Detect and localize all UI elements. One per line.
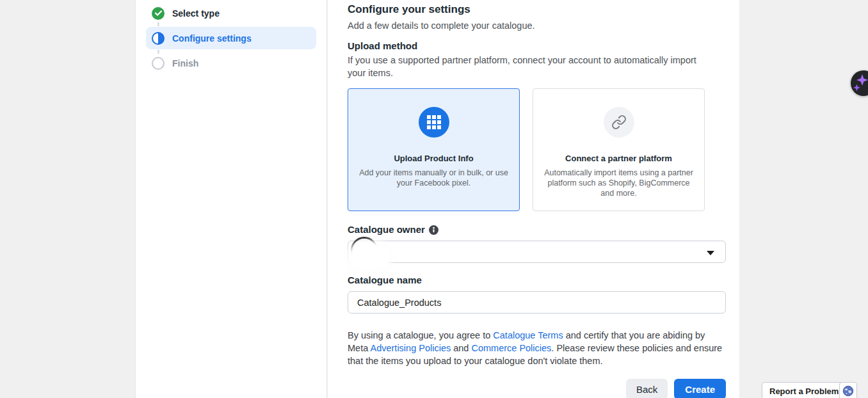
grid-icon: [419, 107, 449, 138]
terms-paragraph: By using a catalogue, you agree to Catal…: [348, 329, 726, 367]
step-label: Configure settings: [172, 33, 252, 44]
upload-method-options: Upload Product Info Add your items manua…: [348, 88, 739, 211]
wizard-actions: Back Create: [348, 379, 726, 398]
catalogue-terms-link[interactable]: Catalogue Terms: [493, 330, 563, 340]
stepper-step-select-type[interactable]: Select type: [146, 4, 316, 22]
link-icon: [604, 107, 634, 138]
card-connect-partner-platform[interactable]: Connect a partner platform Automatically…: [533, 88, 705, 211]
check-circle-icon: [152, 7, 165, 20]
avatar: [351, 237, 378, 264]
page-subtitle: Add a few details to complete your catal…: [348, 20, 739, 32]
ai-assistant-button[interactable]: [851, 70, 868, 96]
stepper-connector: [157, 22, 316, 27]
stepper-step-finish[interactable]: Finish: [146, 54, 316, 72]
wizard-stepper-sidebar: Select type Configure settings Finish: [135, 0, 327, 398]
card-title: Connect a partner platform: [565, 154, 672, 163]
sparkle-icon: [851, 70, 868, 96]
card-upload-product-info[interactable]: Upload Product Info Add your items manua…: [348, 88, 520, 211]
catalogue-owner-label-row: Catalogue owner: [348, 224, 739, 235]
upload-method-description: If you use a supported partner platform,…: [348, 54, 698, 79]
catalogue-owner-dropdown[interactable]: [348, 241, 726, 263]
info-icon[interactable]: [429, 225, 438, 235]
terms-text: By using a catalogue, you agree to: [348, 330, 493, 340]
terms-text: and: [451, 343, 471, 353]
stepper-step-configure-settings[interactable]: Configure settings: [146, 27, 316, 49]
commerce-policies-link[interactable]: Commerce Policies: [471, 343, 551, 353]
card-description: Automatically import items using a partn…: [542, 168, 695, 198]
catalogue-name-label: Catalogue name: [348, 275, 422, 286]
report-a-problem-button[interactable]: Report a Problem: [762, 382, 846, 398]
redaction-blur: [348, 242, 390, 273]
step-label: Finish: [172, 58, 198, 68]
step-label: Select type: [172, 8, 220, 19]
upload-method-label: Upload method: [348, 40, 739, 52]
stepper-connector: [157, 49, 316, 54]
advertising-policies-link[interactable]: Advertising Policies: [370, 343, 451, 353]
catalogue-owner-label: Catalogue owner: [348, 224, 425, 235]
catalogue-name-input[interactable]: [348, 291, 726, 314]
owner-avatar-redacted: [350, 237, 394, 273]
card-title: Upload Product Info: [394, 154, 473, 163]
empty-circle-icon: [152, 57, 165, 70]
catalogue-name-label-row: Catalogue name: [348, 275, 739, 286]
half-filled-circle-icon: [152, 32, 165, 45]
catalogue-wizard-page: Select type Configure settings Finish Co…: [0, 0, 868, 398]
card-description: Add your items manually or in bulk, or u…: [357, 168, 510, 188]
chevron-down-icon: [707, 251, 714, 255]
create-button[interactable]: Create: [674, 379, 726, 398]
globe-icon: [842, 385, 854, 397]
page-title: Configure your settings: [348, 3, 739, 16]
configure-settings-panel: Configure your settings Add a few detail…: [328, 0, 739, 398]
language-globe-button[interactable]: [839, 382, 857, 398]
back-button[interactable]: Back: [626, 379, 668, 398]
